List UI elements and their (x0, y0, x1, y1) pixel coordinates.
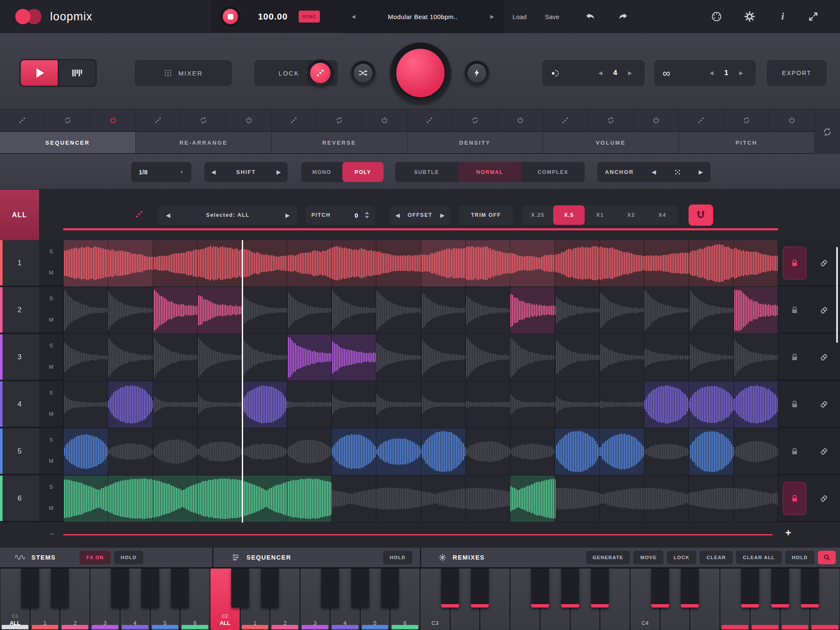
shift-left-button[interactable]: ◀ (211, 169, 216, 175)
sync-button[interactable]: SYNC (299, 11, 320, 22)
track-waveform[interactable] (63, 240, 778, 286)
black-key[interactable] (171, 568, 189, 608)
keys-mode-button[interactable] (59, 60, 96, 86)
tab-sequencer[interactable]: SEQUENCER (0, 109, 135, 154)
preset-prev-button[interactable]: ◀ (342, 14, 364, 20)
track-lock-button[interactable] (783, 341, 806, 374)
black-key[interactable] (561, 568, 579, 608)
track-erase-button[interactable] (811, 287, 837, 333)
black-key[interactable] (531, 568, 549, 608)
solo-button[interactable]: S (39, 293, 63, 304)
mute-button[interactable]: M (39, 503, 63, 514)
trim-button[interactable]: TRIM OFF (459, 205, 513, 225)
offset-right-button[interactable]: ▶ (440, 212, 445, 218)
stop-button[interactable] (220, 6, 241, 27)
shuffle-knob[interactable] (351, 61, 375, 85)
solo-button[interactable]: S (39, 482, 63, 493)
subtle-button[interactable]: SUBTLE (395, 162, 458, 182)
x4-button[interactable]: X4 (647, 205, 678, 225)
track-waveform[interactable] (63, 428, 778, 475)
refresh-toggle[interactable] (181, 109, 227, 131)
zoom-range-bar[interactable] (63, 534, 773, 535)
black-key[interactable] (21, 568, 39, 608)
mute-button[interactable]: M (39, 361, 63, 372)
mixer-button[interactable]: MIXER (135, 60, 232, 86)
track-lock-button[interactable] (783, 388, 806, 421)
lock-button[interactable]: LOCK (667, 551, 696, 564)
solo-button[interactable]: S (39, 434, 63, 445)
power-toggle[interactable] (362, 109, 407, 131)
info-button[interactable]: i (773, 0, 792, 33)
midi-button[interactable] (707, 0, 726, 33)
generate-button[interactable]: GENERATE (586, 551, 630, 564)
dots-toggle[interactable] (543, 109, 588, 131)
tab-re-arrange[interactable]: RE-ARRANGE (136, 109, 271, 154)
selected-next-button[interactable]: ▶ (286, 212, 290, 218)
x2-button[interactable]: X2 (616, 205, 647, 225)
main-trigger-knob[interactable] (390, 42, 451, 104)
dots-toggle[interactable] (679, 109, 724, 131)
dots-toggle[interactable] (0, 109, 45, 131)
power-toggle[interactable] (498, 109, 543, 131)
mute-button[interactable]: M (39, 456, 63, 467)
zoom-in-button[interactable]: + (781, 527, 796, 539)
variation-prev-button[interactable]: ◀ (594, 70, 607, 76)
black-key[interactable] (111, 568, 129, 608)
complex-button[interactable]: COMPLEX (521, 162, 585, 182)
power-toggle[interactable] (633, 109, 678, 131)
black-key[interactable] (141, 568, 159, 608)
timeline-bar[interactable] (63, 228, 778, 230)
refresh-toggle[interactable] (724, 109, 770, 131)
black-key[interactable] (471, 568, 489, 608)
preset-name[interactable]: Modular Beat 100bpm.. (364, 13, 481, 20)
black-key[interactable] (591, 568, 609, 608)
black-key[interactable] (681, 568, 699, 608)
tab-volume[interactable]: VOLUME (543, 109, 678, 154)
track-lock-button[interactable] (783, 246, 806, 280)
magnet-button[interactable] (689, 204, 713, 226)
black-key[interactable] (261, 568, 279, 608)
step-down-icon[interactable] (365, 216, 369, 218)
dots-toggle[interactable] (136, 109, 181, 131)
black-key[interactable] (381, 568, 399, 608)
rate-dropdown[interactable]: 1/8 ▼ (131, 162, 191, 182)
black-key[interactable] (741, 568, 759, 608)
undo-button[interactable] (580, 0, 600, 33)
clear-all-button[interactable]: CLEAR ALL (736, 551, 782, 564)
x1-button[interactable]: X1 (585, 205, 616, 225)
move-button[interactable]: MOVE (633, 551, 664, 564)
solo-button[interactable]: S (39, 387, 63, 398)
track-erase-button[interactable] (811, 240, 837, 286)
black-key[interactable] (441, 568, 459, 608)
track-erase-button[interactable] (811, 428, 837, 474)
hold-button[interactable]: HOLD (785, 551, 815, 564)
zoom-out-button[interactable]: − (45, 529, 59, 539)
track-waveform[interactable] (63, 476, 778, 522)
refresh-toggle[interactable] (317, 109, 362, 131)
refresh-toggle[interactable] (453, 109, 498, 131)
clear-button[interactable]: CLEAR (700, 551, 733, 564)
black-key[interactable] (651, 568, 669, 608)
track-erase-button[interactable] (811, 381, 837, 427)
x-25-button[interactable]: X.25 (522, 205, 553, 225)
track-erase-button[interactable] (811, 334, 837, 380)
mute-button[interactable]: M (39, 314, 63, 325)
sequencer-hold-button[interactable]: HOLD (383, 551, 412, 564)
anchor-next-button[interactable]: ▶ (699, 169, 703, 175)
play-button[interactable] (21, 60, 58, 86)
black-key[interactable] (321, 568, 339, 608)
dots-toggle[interactable] (272, 109, 317, 131)
mute-button[interactable]: M (39, 409, 63, 420)
loop-prev-button[interactable]: ◀ (705, 70, 718, 76)
track-waveform[interactable] (63, 287, 778, 333)
preset-next-button[interactable]: ▶ (481, 14, 503, 20)
power-toggle[interactable] (769, 109, 814, 131)
track-waveform[interactable] (63, 334, 778, 381)
solo-button[interactable]: S (39, 246, 63, 257)
selected-prev-button[interactable]: ◀ (166, 212, 170, 218)
select-all-block[interactable]: ALL (0, 190, 39, 240)
poly-button[interactable]: POLY (342, 162, 384, 182)
x-5-button[interactable]: X.5 (553, 205, 584, 225)
pitch-stepper[interactable] (365, 212, 369, 218)
dots-toggle[interactable] (407, 109, 453, 131)
